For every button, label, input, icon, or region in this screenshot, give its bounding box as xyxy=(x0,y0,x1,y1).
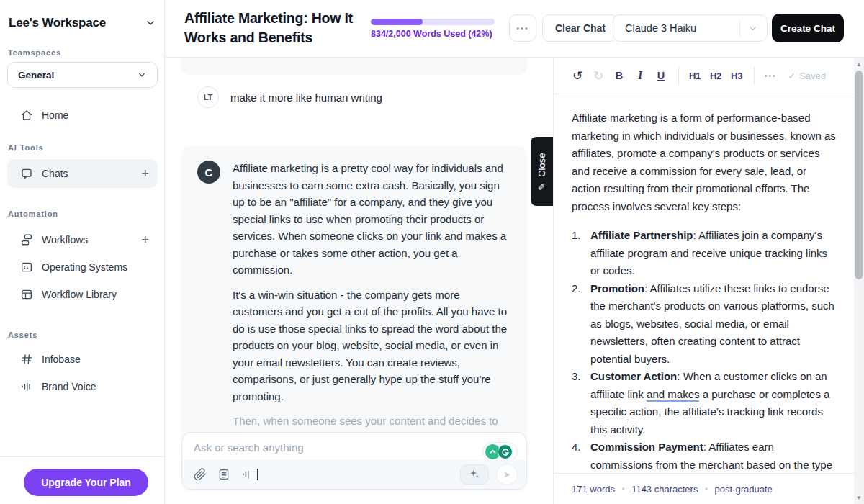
workspace-switcher[interactable]: Lee's Workspace xyxy=(9,13,156,33)
sidebar-item-operating-systems[interactable]: Operating Systems xyxy=(7,254,158,280)
toolbar-more-button[interactable]: ••• xyxy=(765,72,777,80)
clear-chat-button[interactable]: Clear Chat xyxy=(542,14,618,42)
assistant-paragraph: Affiliate marketing is a pretty cool way… xyxy=(233,160,512,279)
assistant-avatar: C xyxy=(197,161,220,184)
editor-ordered-list: 1. Affiliate Partnership: Affiliates joi… xyxy=(572,227,836,473)
model-selected-value: Claude 3 Haiku xyxy=(625,22,696,34)
character-count: 1143 characters xyxy=(631,484,698,495)
text-cursor xyxy=(257,469,258,480)
operating-systems-icon xyxy=(20,261,33,274)
editor-footer: 171 words • 1143 characters • post-gradu… xyxy=(554,473,855,504)
home-icon xyxy=(20,109,33,122)
send-button[interactable] xyxy=(496,464,518,485)
editor-intro-paragraph: Affiliate marketing is a form of perform… xyxy=(572,109,836,215)
sidebar-item-brand-voice[interactable]: Brand Voice xyxy=(7,374,158,400)
add-chat-button[interactable]: + xyxy=(141,167,149,180)
sparkles-button[interactable] xyxy=(460,464,489,485)
divider xyxy=(678,66,679,85)
assistant-message: C Affiliate marketing is a pretty cool w… xyxy=(181,146,527,472)
user-avatar: LT xyxy=(197,86,219,108)
sidebar: Lee's Workspace Teamspaces General Home … xyxy=(0,0,165,504)
saved-label: Saved xyxy=(799,71,826,81)
browser-extension-badges[interactable] xyxy=(482,442,518,462)
list-item: 2. Promotion: Affiliates utilize these l… xyxy=(572,280,836,369)
dot-separator: • xyxy=(622,485,624,492)
divider xyxy=(0,456,165,457)
sidebar-item-label: Workflows xyxy=(42,234,141,246)
close-editor-tab[interactable]: ✎ Close xyxy=(531,137,553,206)
editor-toolbar: ↺ ↻ B I U H1 H2 H3 ••• ✓ Saved xyxy=(554,58,855,94)
automation-label: Automation xyxy=(8,210,58,218)
words-used-label: 834/2,000 Words Used (42%) xyxy=(371,29,495,39)
more-options-button[interactable]: ••• xyxy=(509,14,536,42)
list-item: 3. Customer Action: When a customer clic… xyxy=(572,368,836,438)
chevron-down-icon xyxy=(145,17,156,29)
brand-voice-icon[interactable] xyxy=(241,468,254,481)
workspace-name: Lee's Workspace xyxy=(9,16,106,30)
chevron-down-icon xyxy=(747,23,758,34)
model-selector[interactable]: Claude 3 Haiku xyxy=(613,14,768,42)
editor-panel: ↺ ↻ B I U H1 H2 H3 ••• ✓ Saved Affiliate… xyxy=(553,58,854,504)
upgrade-plan-button[interactable]: Upgrade Your Plan xyxy=(24,469,148,496)
chat-input[interactable] xyxy=(182,433,526,462)
progress-fill xyxy=(371,19,423,25)
check-icon: ✓ xyxy=(788,71,796,81)
divider xyxy=(754,66,755,85)
scrollbar-thumb[interactable] xyxy=(855,71,863,279)
scroll-up-arrow[interactable]: ▲ xyxy=(854,59,864,69)
sidebar-item-home[interactable]: Home xyxy=(7,102,158,128)
list-item: 1. Affiliate Partnership: Affiliates joi… xyxy=(572,227,836,280)
assistant-paragraph: It's a win-win situation - the company g… xyxy=(233,287,512,405)
close-tab-label: Close xyxy=(537,153,547,176)
extension-icon xyxy=(498,444,513,459)
sidebar-item-infobase[interactable]: Infobase xyxy=(7,346,158,372)
sidebar-item-workflow-library[interactable]: Workflow Library xyxy=(7,282,158,307)
reading-level: post-graduate xyxy=(715,484,773,495)
heading2-button[interactable]: H2 xyxy=(710,71,721,81)
editor-content[interactable]: Affiliate marketing is a form of perform… xyxy=(554,94,855,473)
underline-button[interactable]: U xyxy=(655,70,667,81)
dot-separator: • xyxy=(705,485,707,492)
heading3-button[interactable]: H3 xyxy=(731,71,742,81)
undo-icon[interactable]: ↺ xyxy=(572,68,583,84)
editor-scrollbar[interactable]: ▲ ▼ xyxy=(854,58,864,504)
words-used-progress: 834/2,000 Words Used (42%) xyxy=(371,19,495,39)
previous-message-tail xyxy=(181,58,527,75)
teamspace-select[interactable]: General xyxy=(7,62,158,88)
hash-icon xyxy=(20,353,33,366)
pencil-icon: ✎ xyxy=(536,182,547,190)
create-chat-button[interactable]: Create Chat xyxy=(772,14,844,42)
saved-status: ✓ Saved xyxy=(788,71,826,81)
assistant-message-text: Affiliate marketing is a pretty cool way… xyxy=(233,160,512,430)
list-item: 4. Commission Payment: Affiliates earn c… xyxy=(572,438,836,473)
heading1-button[interactable]: H1 xyxy=(689,71,701,81)
chat-input-box xyxy=(181,432,527,490)
divider xyxy=(739,20,740,36)
ai-tools-label: AI Tools xyxy=(8,143,44,152)
word-count: 171 words xyxy=(572,484,615,495)
chat-input-toolbar xyxy=(182,460,526,489)
scroll-down-arrow[interactable]: ▼ xyxy=(854,492,864,503)
chat-panel: LT make it more like human writing C Aff… xyxy=(166,58,553,504)
assistant-paragraph-clipped: Then, when someone sees your content and… xyxy=(233,413,512,430)
document-icon[interactable] xyxy=(217,468,230,481)
user-message: LT make it more like human writing xyxy=(197,86,382,108)
sidebar-item-label: Infobase xyxy=(42,354,149,365)
teamspaces-label: Teamspaces xyxy=(8,48,61,57)
grammar-suggestion[interactable]: and makes xyxy=(647,388,699,402)
sidebar-item-label: Chats xyxy=(42,168,141,179)
italic-button[interactable]: I xyxy=(634,69,646,82)
redo-icon[interactable]: ↻ xyxy=(593,68,604,84)
header: Affiliate Marketing: How It Works and Be… xyxy=(166,0,864,58)
add-workflow-button[interactable]: + xyxy=(141,233,149,246)
sidebar-item-chats[interactable]: Chats + xyxy=(7,159,158,188)
sidebar-item-label: Home xyxy=(42,109,149,121)
sidebar-item-label: Workflow Library xyxy=(42,289,149,300)
page-title: Affiliate Marketing: How It Works and Be… xyxy=(184,9,373,48)
assets-label: Assets xyxy=(8,330,37,339)
bold-button[interactable]: B xyxy=(613,70,625,81)
user-message-text: make it more like human writing xyxy=(230,91,382,104)
attach-icon[interactable] xyxy=(194,468,207,481)
sidebar-item-workflows[interactable]: Workflows + xyxy=(7,227,158,253)
workflow-library-icon xyxy=(20,288,33,301)
